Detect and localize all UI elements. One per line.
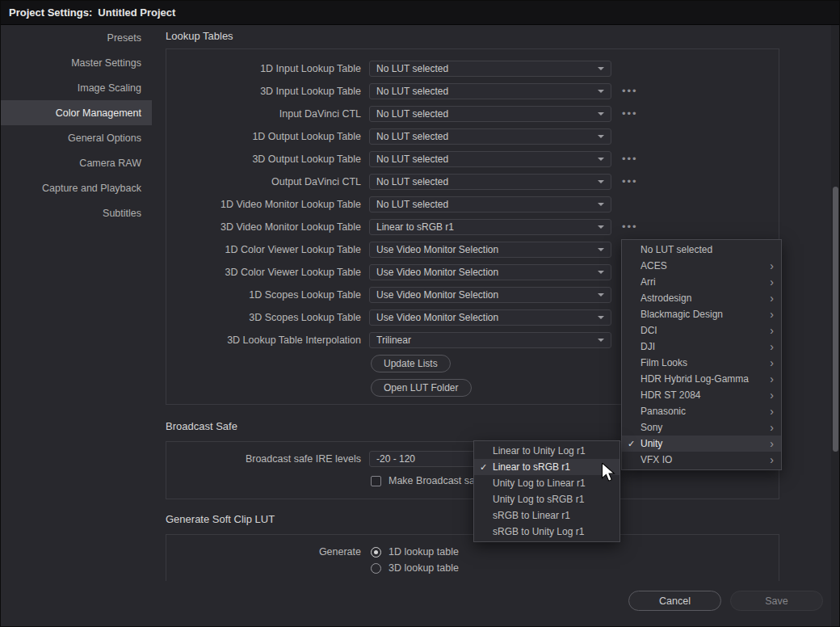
- dropdown-value: No LUT selected: [376, 63, 593, 74]
- lut-row-1d-output-lookup-table: 1D Output Lookup TableNo LUT selected: [166, 125, 779, 148]
- more-options-button[interactable]: •••: [622, 155, 638, 163]
- menu-item-hdr-hybrid-log-gamma[interactable]: HDR Hybrid Log-Gamma›: [622, 371, 781, 387]
- menu-item-label: HDR Hybrid Log-Gamma: [640, 373, 766, 385]
- sidebar-item-capture-and-playback[interactable]: Capture and Playback: [1, 175, 152, 200]
- menu-item-dji[interactable]: DJI›: [622, 339, 781, 355]
- menu-item-blackmagic-design[interactable]: Blackmagic Design›: [622, 306, 781, 322]
- menu-item-label: Linear to sRGB r1: [493, 461, 620, 473]
- dropdown-1d-input-lookup-table[interactable]: No LUT selected: [369, 61, 611, 77]
- menu-item-label: Unity: [640, 438, 766, 449]
- section-heading-broadcast-safe: Broadcast Safe: [166, 420, 237, 433]
- more-options-button[interactable]: •••: [622, 223, 638, 231]
- row-label: Output DaVinci CTL: [166, 176, 361, 187]
- sidebar-item-color-management[interactable]: Color Management: [1, 100, 152, 125]
- checkbox-label: Make Broadcast safe: [388, 475, 483, 486]
- lut-row-input-davinci-ctl: Input DaVinci CTLNo LUT selected•••: [166, 103, 779, 125]
- row-label: Generate: [166, 544, 361, 560]
- sidebar-item-image-scaling[interactable]: Image Scaling: [1, 75, 152, 100]
- checkmark-icon: ✓: [622, 439, 640, 449]
- submenu-item-srgb-to-linear-r1[interactable]: sRGB to Linear r1: [474, 507, 620, 524]
- submenu-arrow-icon: ›: [766, 436, 781, 451]
- chevron-down-icon: [598, 180, 604, 183]
- window-title-project: Untitled Project: [98, 6, 175, 19]
- menu-item-panasonic[interactable]: Panasonic›: [622, 403, 781, 419]
- make-broadcast-safe-checkbox[interactable]: [371, 476, 381, 486]
- submenu-arrow-icon: ›: [766, 356, 781, 370]
- sidebar-item-subtitles[interactable]: Subtitles: [1, 200, 152, 225]
- menu-item-dci[interactable]: DCI›: [622, 322, 781, 339]
- more-options-button[interactable]: •••: [622, 110, 638, 118]
- submenu-arrow-icon: ›: [766, 339, 781, 354]
- cancel-button[interactable]: Cancel: [628, 591, 721, 611]
- more-options-button[interactable]: •••: [622, 178, 638, 186]
- dropdown-1d-scopes-lookup-table[interactable]: Use Video Monitor Selection: [369, 287, 611, 303]
- menu-item-label: Unity Log to Linear r1: [493, 478, 620, 489]
- row-label: 1D Color Viewer Lookup Table: [166, 244, 361, 255]
- menu-item-astrodesign[interactable]: Astrodesign›: [622, 290, 781, 306]
- row-label: 3D Output Lookup Table: [166, 154, 361, 165]
- chevron-down-icon: [598, 316, 604, 319]
- dropdown-3d-color-viewer-lookup-table[interactable]: Use Video Monitor Selection: [369, 264, 611, 280]
- menu-item-arri[interactable]: Arri›: [622, 274, 781, 290]
- dropdown-3d-video-monitor-lookup-table[interactable]: Linear to sRGB r1: [369, 219, 611, 235]
- lut-row-1d-input-lookup-table: 1D Input Lookup TableNo LUT selected: [166, 57, 779, 80]
- generate-soft-clip-panel: Generate 1D lookup table3D lookup table: [166, 534, 779, 581]
- dropdown-3d-output-lookup-table[interactable]: No LUT selected: [369, 151, 611, 167]
- submenu-item-unity-log-to-linear-r1[interactable]: Unity Log to Linear r1: [474, 475, 620, 491]
- submenu-arrow-icon: ›: [766, 404, 781, 419]
- lut-row-3d-input-lookup-table: 3D Input Lookup TableNo LUT selected•••: [166, 80, 779, 103]
- open-lut-folder-button[interactable]: Open LUT Folder: [371, 379, 472, 397]
- menu-item-label: Linear to Unity Log r1: [493, 445, 620, 457]
- menu-item-unity[interactable]: ✓Unity›: [622, 436, 781, 452]
- dropdown-3d-lookup-table-interpolation[interactable]: Trilinear: [369, 332, 611, 348]
- submenu-item-linear-to-unity-log-r1[interactable]: Linear to Unity Log r1: [474, 443, 620, 459]
- more-options-button[interactable]: •••: [622, 87, 638, 95]
- menu-item-film-looks[interactable]: Film Looks›: [622, 355, 781, 371]
- menu-item-label: DJI: [640, 341, 766, 352]
- dropdown-input-davinci-ctl[interactable]: No LUT selected: [369, 106, 611, 122]
- dropdown-value: No LUT selected: [376, 154, 593, 165]
- section-heading-lookup-tables: Lookup Tables: [166, 30, 233, 43]
- sidebar-item-master-settings[interactable]: Master Settings: [1, 50, 152, 75]
- submenu-arrow-icon: ›: [766, 259, 781, 273]
- dropdown-1d-video-monitor-lookup-table[interactable]: No LUT selected: [369, 196, 611, 213]
- submenu-arrow-icon: ›: [766, 307, 781, 322]
- update-lists-button[interactable]: Update Lists: [371, 355, 451, 372]
- dropdown-3d-scopes-lookup-table[interactable]: Use Video Monitor Selection: [369, 309, 611, 326]
- menu-item-sony[interactable]: Sony›: [622, 419, 781, 436]
- menu-item-vfx-io[interactable]: VFX IO›: [622, 452, 781, 468]
- submenu-item-unity-log-to-srgb-r1[interactable]: Unity Log to sRGB r1: [474, 491, 620, 507]
- submenu-arrow-icon: ›: [766, 420, 781, 435]
- dropdown-1d-output-lookup-table[interactable]: No LUT selected: [369, 128, 611, 145]
- menu-item-aces[interactable]: ACES›: [622, 258, 781, 274]
- dropdown-3d-input-lookup-table[interactable]: No LUT selected: [369, 83, 611, 99]
- chevron-down-icon: [598, 203, 604, 206]
- lut-row-output-davinci-ctl: Output DaVinci CTLNo LUT selected•••: [166, 170, 779, 193]
- radio-option-1d-lookup-table[interactable]: 1D lookup table: [371, 544, 459, 560]
- radio-label: 1D lookup table: [388, 546, 459, 558]
- row-label: 1D Video Monitor Lookup Table: [166, 199, 361, 210]
- sidebar-item-general-options[interactable]: General Options: [1, 125, 152, 150]
- dropdown-1d-color-viewer-lookup-table[interactable]: Use Video Monitor Selection: [369, 242, 611, 258]
- row-label: 1D Scopes Lookup Table: [166, 289, 361, 301]
- menu-item-label: Astrodesign: [640, 292, 766, 304]
- section-heading-generate-soft-clip-lut: Generate Soft Clip LUT: [166, 513, 275, 526]
- menu-item-no-lut-selected[interactable]: No LUT selected: [622, 242, 781, 258]
- menu-item-label: No LUT selected: [640, 244, 766, 255]
- dropdown-output-davinci-ctl[interactable]: No LUT selected: [369, 174, 611, 190]
- save-button[interactable]: Save: [730, 591, 823, 611]
- menu-item-hdr-st-2084[interactable]: HDR ST 2084›: [622, 387, 781, 403]
- dropdown-value: No LUT selected: [376, 131, 593, 142]
- sidebar-item-camera-raw[interactable]: Camera RAW: [1, 150, 152, 175]
- sidebar-item-presets[interactable]: Presets: [1, 25, 152, 50]
- dropdown-value: Linear to sRGB r1: [376, 221, 593, 233]
- row-label: 1D Output Lookup Table: [166, 131, 361, 142]
- scrollbar-thumb[interactable]: [833, 187, 838, 452]
- unity-lut-submenu: Linear to Unity Log r1✓Linear to sRGB r1…: [473, 440, 620, 542]
- chevron-down-icon: [598, 271, 604, 274]
- submenu-item-linear-to-srgb-r1[interactable]: ✓Linear to sRGB r1: [474, 459, 620, 475]
- submenu-item-srgb-to-unity-log-r1[interactable]: sRGB to Unity Log r1: [474, 524, 620, 540]
- radio-option-3d-lookup-table[interactable]: 3D lookup table: [371, 560, 459, 576]
- dropdown-value: Use Video Monitor Selection: [376, 289, 593, 301]
- menu-item-label: Panasonic: [640, 406, 766, 417]
